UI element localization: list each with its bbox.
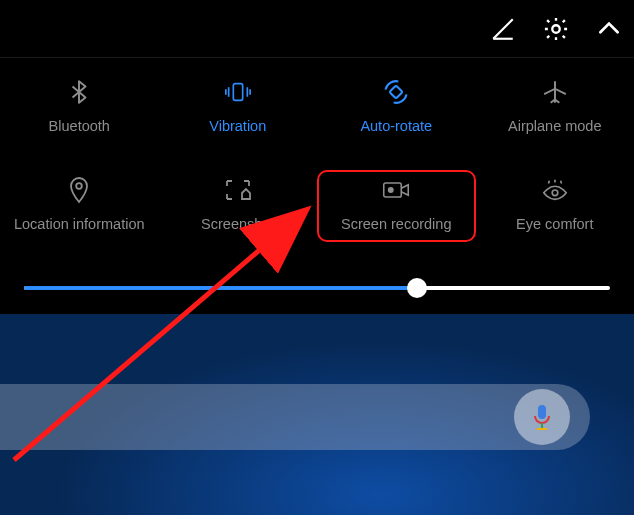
tile-grid: Bluetooth Vibration <box>0 72 634 242</box>
microphone-button[interactable] <box>514 389 570 445</box>
tile-label: Location information <box>14 216 145 232</box>
tile-label: Bluetooth <box>49 118 110 134</box>
svg-point-5 <box>389 188 393 192</box>
assistant-search-bar[interactable] <box>0 384 590 450</box>
brightness-slider-thumb[interactable] <box>407 278 427 298</box>
svg-point-0 <box>552 25 559 32</box>
edit-icon[interactable] <box>490 16 516 42</box>
tile-screenshot[interactable]: Screenshot <box>159 170 318 242</box>
tile-label: Airplane mode <box>508 118 602 134</box>
svg-rect-7 <box>538 405 546 419</box>
vibration-icon <box>224 78 252 106</box>
tile-label: Auto-rotate <box>360 118 432 134</box>
microphone-icon <box>531 403 553 431</box>
svg-point-3 <box>76 183 82 189</box>
tile-location[interactable]: Location information <box>0 170 159 242</box>
airplane-icon <box>541 78 569 106</box>
tile-eye-comfort[interactable]: Eye comfort <box>476 170 635 242</box>
quick-settings-screen: Bluetooth Vibration <box>0 0 634 515</box>
brightness-slider-fill <box>24 286 417 290</box>
tile-label: Eye comfort <box>516 216 593 232</box>
tile-vibration[interactable]: Vibration <box>159 72 318 140</box>
screen-recording-icon <box>382 176 410 204</box>
settings-icon[interactable] <box>542 15 570 43</box>
svg-point-6 <box>552 190 558 196</box>
tile-bluetooth[interactable]: Bluetooth <box>0 72 159 140</box>
bluetooth-icon <box>65 78 93 106</box>
tile-airplane-mode[interactable]: Airplane mode <box>476 72 635 140</box>
chevron-up-icon[interactable] <box>596 16 622 42</box>
screenshot-icon <box>224 176 252 204</box>
tile-label: Screenshot <box>201 216 274 232</box>
brightness-slider-row <box>0 264 634 316</box>
tile-screen-recording[interactable]: Screen recording <box>317 170 476 242</box>
tile-label: Vibration <box>209 118 266 134</box>
svg-rect-1 <box>233 84 242 101</box>
tile-auto-rotate[interactable]: Auto-rotate <box>317 72 476 140</box>
tile-label: Screen recording <box>341 216 451 232</box>
eye-comfort-icon <box>541 176 569 204</box>
svg-rect-2 <box>390 85 403 98</box>
quick-settings-panel: Bluetooth Vibration <box>0 58 634 264</box>
auto-rotate-icon <box>382 78 410 106</box>
brightness-slider[interactable] <box>24 286 610 290</box>
location-icon <box>65 176 93 204</box>
topbar <box>0 0 634 58</box>
